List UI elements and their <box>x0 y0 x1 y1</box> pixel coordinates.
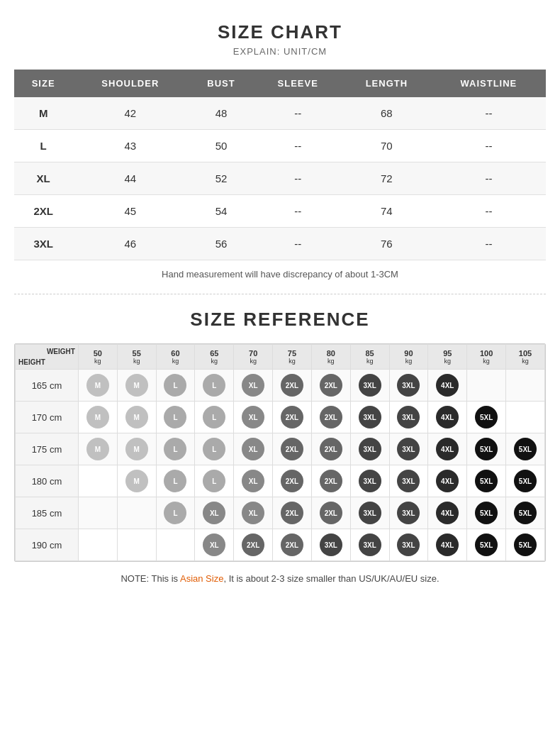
size-chart-header-bust: BUST <box>188 70 254 97</box>
size-badge: 3XL <box>397 470 420 492</box>
size-badge-cell <box>506 370 545 402</box>
size-badge-cell: L <box>195 402 234 433</box>
size-badge-cell: 4XL <box>428 465 467 497</box>
measurement-disclaimer: Hand measurement will have discrepancy o… <box>14 269 546 280</box>
size-badge-cell: 5XL <box>506 497 545 529</box>
size-badge-cell: L <box>195 433 234 465</box>
size-badge-cell: L <box>156 433 195 465</box>
size-measurement: 68 <box>342 97 432 130</box>
ref-table-row: 180 cmMLLXL2XL2XL3XL3XL4XL5XL5XL <box>16 465 545 497</box>
size-badge-cell: 2XL <box>273 497 312 529</box>
size-reference-table-wrapper: WEIGHTHEIGHT50kg55kg60kg65kg70kg75kg80kg… <box>14 343 546 562</box>
size-badge-cell: XL <box>234 465 273 497</box>
size-badge-cell: M <box>117 370 156 402</box>
size-badge-cell <box>467 370 506 402</box>
size-chart-header-shoulder: SHOULDER <box>72 70 188 97</box>
ref-table-row: 185 cmLXLXL2XL2XL3XL3XL4XL5XL5XL <box>16 497 545 529</box>
size-badge: 4XL <box>436 502 459 524</box>
size-badge-cell: 5XL <box>467 497 506 529</box>
size-label: 3XL <box>14 228 72 260</box>
size-badge-cell: 3XL <box>389 497 428 529</box>
size-badge: L <box>203 374 225 397</box>
size-reference-title: SIZE REFERENCE <box>14 309 546 331</box>
size-badge: 4XL <box>436 470 459 492</box>
weight-column-header: 50kg <box>78 345 117 370</box>
ref-table-row: 190 cmXL2XL2XL3XL3XL3XL4XL5XL5XL <box>16 529 545 561</box>
size-badge: 3XL <box>359 470 381 492</box>
size-chart-table: SIZESHOULDERBUSTSLEEVELENGTHWAISTLINE M4… <box>14 70 546 260</box>
size-measurement: -- <box>254 97 342 130</box>
size-chart-row: 3XL4656--76-- <box>14 228 546 260</box>
note-text: NOTE: This is <box>121 573 180 584</box>
size-badge: XL <box>242 470 264 492</box>
size-measurement: 56 <box>188 228 254 260</box>
size-chart-header-length: LENGTH <box>342 70 432 97</box>
size-measurement: 70 <box>342 130 432 162</box>
size-badge-cell: 5XL <box>467 465 506 497</box>
size-badge-cell: 3XL <box>389 402 428 433</box>
weight-column-header: 60kg <box>156 345 195 370</box>
size-measurement: 42 <box>72 97 188 130</box>
size-badge-cell: 2XL <box>311 433 350 465</box>
size-badge: XL <box>242 374 264 397</box>
size-badge: M <box>125 374 148 397</box>
size-badge: XL <box>242 406 264 428</box>
size-note: NOTE: This is Asian Size, It is about 2-… <box>14 573 546 584</box>
size-badge-cell: 5XL <box>506 465 545 497</box>
size-badge: 3XL <box>359 502 381 524</box>
size-badge: 2XL <box>242 533 264 556</box>
size-badge-cell: 5XL <box>467 529 506 561</box>
size-badge-cell: 3XL <box>389 465 428 497</box>
height-label: 190 cm <box>16 529 79 561</box>
size-badge: 2XL <box>281 533 303 556</box>
size-badge: M <box>125 470 148 492</box>
size-badge: M <box>125 406 148 428</box>
size-measurement: 50 <box>188 130 254 162</box>
height-label: 165 cm <box>16 370 79 402</box>
size-badge-cell: 2XL <box>273 433 312 465</box>
size-badge-cell: 2XL <box>273 529 312 561</box>
height-label: 175 cm <box>16 433 79 465</box>
size-badge: L <box>203 438 225 460</box>
size-badge: XL <box>203 502 225 524</box>
note-end: , It is about 2-3 size smaller than US/U… <box>223 573 439 584</box>
weight-column-header: 80kg <box>311 345 350 370</box>
size-badge-cell: XL <box>234 497 273 529</box>
size-badge: 2XL <box>281 438 303 460</box>
corner-cell: WEIGHTHEIGHT <box>16 345 79 370</box>
size-badge-cell: 2XL <box>311 402 350 433</box>
size-badge: 3XL <box>359 533 381 556</box>
size-measurement: 54 <box>188 195 254 228</box>
size-badge: 5XL <box>514 470 537 492</box>
size-badge: L <box>164 374 186 397</box>
size-badge-cell: XL <box>195 529 234 561</box>
size-badge: 5XL <box>514 533 537 556</box>
size-badge-cell: 2XL <box>311 497 350 529</box>
size-badge-cell: 3XL <box>389 529 428 561</box>
size-badge: 5XL <box>514 438 537 460</box>
size-badge-cell: 3XL <box>350 370 389 402</box>
size-badge-cell: M <box>117 402 156 433</box>
size-badge: 2XL <box>320 502 342 524</box>
height-label: 170 cm <box>16 402 79 433</box>
size-measurement: 52 <box>188 162 254 195</box>
size-badge-cell: M <box>117 433 156 465</box>
size-badge-cell: 5XL <box>467 402 506 433</box>
size-badge-cell: 5XL <box>467 433 506 465</box>
size-badge-cell <box>506 402 545 433</box>
note-asian-size: Asian Size <box>180 573 223 584</box>
size-badge-cell: 2XL <box>273 370 312 402</box>
size-badge: 2XL <box>320 438 342 460</box>
weight-column-header: 70kg <box>234 345 273 370</box>
size-chart-header-sleeve: SLEEVE <box>254 70 342 97</box>
size-badge: L <box>164 502 186 524</box>
ref-table-row: 175 cmMMLLXL2XL2XL3XL3XL4XL5XL5XL <box>16 433 545 465</box>
size-badge: L <box>203 406 225 428</box>
size-measurement: -- <box>432 195 546 228</box>
size-label: L <box>14 130 72 162</box>
ref-table-row: 170 cmMMLLXL2XL2XL3XL3XL4XL5XL <box>16 402 545 433</box>
size-badge: 5XL <box>475 406 498 428</box>
size-badge-cell: XL <box>195 497 234 529</box>
ref-table-row: 165 cmMMLLXL2XL2XL3XL3XL4XL <box>16 370 545 402</box>
size-badge: 3XL <box>397 438 420 460</box>
